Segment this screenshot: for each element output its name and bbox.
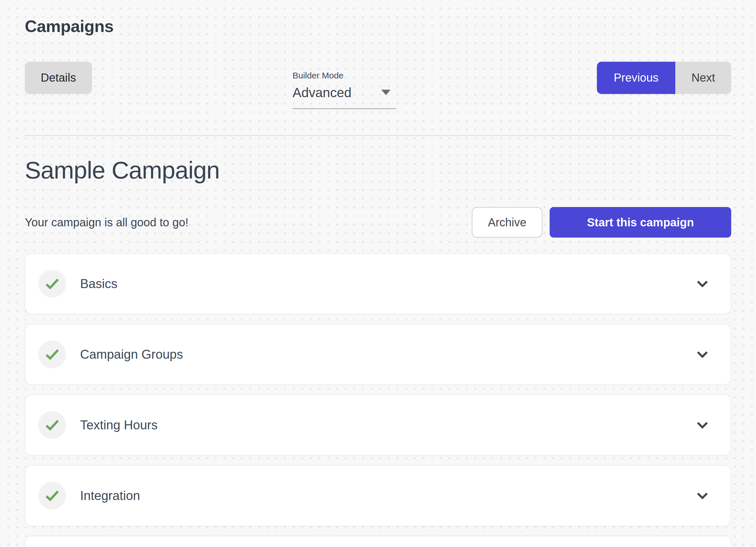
section-title: Campaign Groups: [80, 347, 183, 362]
section-card-partial[interactable]: [25, 536, 731, 547]
builder-mode-control: Builder Mode Advanced: [293, 70, 396, 109]
pagination-group: Previous Next: [597, 62, 731, 94]
check-icon: [45, 278, 59, 289]
section-title: Basics: [80, 277, 118, 291]
check-icon: [45, 420, 59, 431]
check-circle: [38, 482, 66, 510]
chevron-down-icon: [697, 351, 708, 358]
check-icon: [45, 349, 59, 360]
next-button[interactable]: Next: [675, 62, 731, 94]
builder-mode-label: Builder Mode: [293, 70, 396, 81]
chevron-down-icon: [697, 492, 708, 499]
details-button[interactable]: Details: [25, 62, 92, 94]
archive-button[interactable]: Archive: [472, 207, 542, 237]
check-circle: [38, 411, 66, 439]
campaign-title: Sample Campaign: [25, 157, 731, 183]
campaigns-page: Campaigns Details Builder Mode Advanced …: [0, 16, 756, 547]
check-circle: [38, 341, 66, 368]
header-divider: [25, 135, 731, 136]
page-title: Campaigns: [25, 16, 731, 37]
section-card-integration[interactable]: Integration: [25, 465, 731, 526]
section-card-campaign-groups[interactable]: Campaign Groups: [25, 324, 731, 385]
section-card-basics[interactable]: Basics: [25, 253, 731, 314]
chevron-down-icon: [697, 422, 708, 429]
section-card-list: Basics Campaign Groups Texting Hou: [25, 253, 731, 547]
section-title: Texting Hours: [80, 418, 158, 432]
check-circle: [38, 270, 66, 298]
campaign-status-text: Your campaign is all good to go!: [25, 216, 188, 229]
builder-mode-select[interactable]: Advanced: [293, 85, 396, 109]
builder-mode-value: Advanced: [293, 85, 352, 100]
previous-button[interactable]: Previous: [597, 62, 675, 94]
chevron-down-icon: [697, 280, 708, 287]
check-icon: [45, 490, 59, 501]
campaign-status-row: Your campaign is all good to go! Archive…: [25, 207, 731, 238]
campaign-actions: Archive Start this campaign: [472, 207, 731, 237]
section-card-texting-hours[interactable]: Texting Hours: [25, 395, 731, 456]
header-toolbar: Details Builder Mode Advanced Previous N…: [25, 62, 731, 94]
dropdown-arrow-icon: [381, 90, 391, 95]
start-campaign-button[interactable]: Start this campaign: [550, 207, 731, 237]
section-title: Integration: [80, 489, 140, 503]
